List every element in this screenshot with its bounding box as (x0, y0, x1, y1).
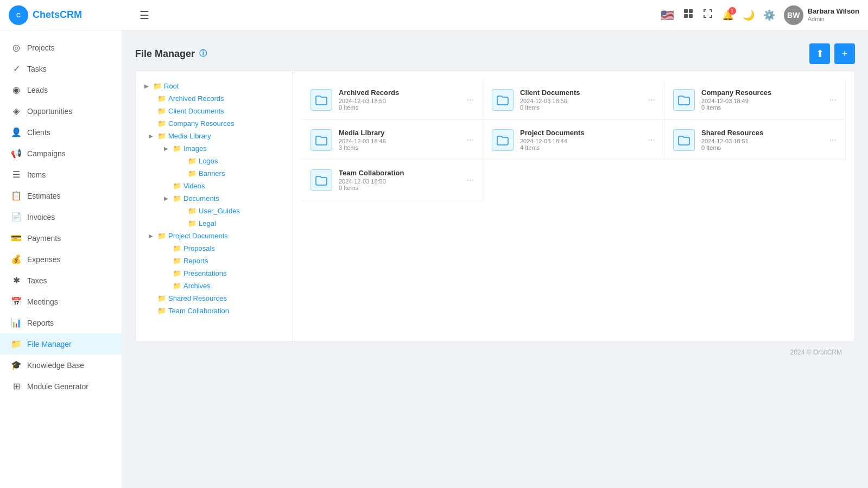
sidebar-label-invoices: Invoices (27, 213, 55, 221)
sidebar-label-expenses: Expenses (27, 255, 60, 264)
header-right: 🇺🇸 🔔 1 🌙 ⚙️ BW Barba (661, 5, 859, 25)
sidebar-item-projects[interactable]: ◎ Projects (0, 37, 122, 58)
clients-icon: 👤 (11, 127, 22, 137)
tree-folder-icon: 📁 (188, 219, 197, 227)
sidebar-item-file-manager[interactable]: 📁 File Manager (0, 333, 122, 354)
sidebar-item-taxes[interactable]: ✱ Taxes (0, 270, 122, 291)
user-role: Admin (808, 16, 859, 23)
page-info-icon[interactable]: ⓘ (199, 49, 207, 59)
tree-item[interactable]: 📁 Videos (157, 180, 293, 192)
folder-card-menu-button[interactable]: ··· (467, 175, 474, 185)
tree-item-label: Proposals (183, 244, 215, 252)
top-header: C ChetsCRM ☰ 🇺🇸 🔔 1 (0, 0, 868, 30)
tree-item[interactable]: 📁 Presentations (157, 267, 293, 280)
sidebar-item-reports[interactable]: 📊 Reports (0, 312, 122, 333)
folder-card-menu-button[interactable]: ··· (467, 135, 474, 145)
tree-item-label: Documents (183, 194, 219, 202)
folder-card-date: 2024-12-03 18:50 (520, 98, 642, 104)
tree-folder-icon: 📁 (157, 107, 166, 115)
tree-item[interactable]: 📁 User_Guides (166, 205, 293, 217)
tree-item[interactable]: 📁 Logos (166, 155, 293, 167)
folder-card-date: 2024-12-03 18:44 (520, 138, 642, 144)
settings-icon[interactable]: ⚙️ (763, 9, 775, 21)
tree-item[interactable]: ▶ 📁 Documents (157, 192, 293, 205)
tree-folder-icon: 📁 (173, 257, 181, 265)
tree-item[interactable]: 📁 Proposals (157, 242, 293, 255)
folder-card-icon (673, 129, 695, 151)
folder-card-date: 2024-12-03 18:50 (339, 178, 460, 185)
folder-card-menu-button[interactable]: ··· (829, 95, 837, 105)
tree-item[interactable]: 📁 Team Collaboration (149, 305, 293, 317)
tree-item-label: Reports (183, 257, 208, 265)
tree-item[interactable]: 📁 Legal (166, 217, 293, 230)
sidebar-item-module-generator[interactable]: ⊞ Module Generator (0, 376, 122, 397)
folder-card[interactable]: Client Documents 2024-12-03 18:50 0 Item… (483, 80, 664, 120)
fullscreen-icon[interactable] (702, 8, 713, 22)
folder-card[interactable]: Shared Resources 2024-12-03 18:51 0 Item… (664, 120, 846, 160)
folder-card[interactable]: Archived Records 2024-12-03 18:50 0 Item… (302, 80, 483, 120)
tree-item[interactable]: 📁 Company Resources (149, 117, 293, 130)
sidebar-item-expenses[interactable]: 💰 Expenses (0, 249, 122, 270)
sidebar-item-estimates[interactable]: 📋 Estimates (0, 185, 122, 206)
sidebar-item-knowledge-base[interactable]: 🎓 Knowledge Base (0, 354, 122, 376)
theme-toggle-icon[interactable]: 🌙 (743, 9, 755, 21)
tree-arrow-icon: ▶ (149, 133, 155, 139)
sidebar-item-campaigns[interactable]: 📢 Campaigns (0, 143, 122, 164)
language-flag[interactable]: 🇺🇸 (661, 9, 674, 22)
sidebar-item-tasks[interactable]: ✓ Tasks (0, 58, 122, 79)
svg-rect-4 (684, 14, 688, 18)
tree-item[interactable]: ▶ 📁 Project Documents (149, 230, 293, 242)
upload-button[interactable]: ⬆ (809, 43, 830, 64)
tree-item-label: Media Library (168, 132, 211, 140)
tree-item[interactable]: ▶ 📁 Media Library (149, 130, 293, 142)
sidebar-item-opportunities[interactable]: ◈ Opportunities (0, 100, 122, 122)
svg-text:C: C (16, 12, 21, 18)
folder-card[interactable]: Company Resources 2024-12-03 18:49 0 Ite… (664, 80, 846, 120)
tree-item[interactable]: ▶ 📁 Images (157, 142, 293, 155)
folder-card[interactable]: Team Collaboration 2024-12-03 18:50 0 It… (302, 160, 483, 200)
reports-icon: 📊 (11, 318, 22, 328)
sidebar-label-opportunities: Opportunities (27, 107, 72, 116)
tree-item[interactable]: 📁 Reports (157, 255, 293, 267)
sidebar-item-meetings[interactable]: 📅 Meetings (0, 291, 122, 312)
folder-card-menu-button[interactable]: ··· (648, 135, 655, 145)
folder-card[interactable]: Media Library 2024-12-03 18:46 3 Items ·… (302, 120, 483, 160)
folder-card-menu-button[interactable]: ··· (829, 135, 837, 145)
footer: 2024 © OrbitCRM (135, 342, 855, 363)
hamburger-button[interactable]: ☰ (140, 9, 149, 22)
grid-icon[interactable] (683, 8, 694, 22)
tree-folder-icon: 📁 (157, 119, 166, 128)
meetings-icon: 📅 (11, 296, 22, 307)
tree-folder-icon: 📁 (173, 244, 181, 252)
tree-item[interactable]: 📁 Archives (157, 280, 293, 292)
folder-card-menu-button[interactable]: ··· (467, 95, 474, 105)
sidebar-item-invoices[interactable]: 📄 Invoices (0, 206, 122, 227)
tree-expand-icon: ▶ (144, 83, 151, 89)
sidebar-item-leads[interactable]: ◉ Leads (0, 79, 122, 100)
tree-item[interactable]: 📁 Banners (166, 167, 293, 180)
folder-card[interactable]: Project Documents 2024-12-03 18:44 4 Ite… (483, 120, 664, 160)
knowledge-base-icon: 🎓 (11, 360, 22, 370)
sidebar-item-clients[interactable]: 👤 Clients (0, 122, 122, 143)
tree-item[interactable]: 📁 Shared Resources (149, 292, 293, 305)
tree-folder-icon: 📁 (188, 207, 197, 215)
tree-item[interactable]: 📁 Client Documents (149, 105, 293, 117)
tree-folder-icon: 📁 (173, 269, 181, 277)
sidebar-item-items[interactable]: ☰ Items (0, 164, 122, 185)
folder-card-menu-button[interactable]: ··· (648, 95, 655, 105)
sidebar-item-payments[interactable]: 💳 Payments (0, 227, 122, 249)
logo-text: ChetsCRM (33, 9, 82, 21)
tree-folder-icon: 📁 (173, 282, 181, 290)
folder-card-info: Archived Records 2024-12-03 18:50 0 Item… (339, 88, 460, 111)
user-name: Barbara Wilson (808, 7, 859, 16)
folder-card-count: 0 Items (520, 104, 642, 111)
avatar: BW (784, 5, 803, 25)
tree-folder-icon: 📁 (157, 94, 166, 103)
notification-icon[interactable]: 🔔 1 (722, 9, 734, 21)
user-area[interactable]: BW Barbara Wilson Admin (784, 5, 859, 25)
add-button[interactable]: + (834, 43, 855, 64)
tree-root-item[interactable]: ▶ 📁 Root (140, 80, 293, 92)
notification-badge: 1 (728, 7, 736, 15)
tree-item[interactable]: 📁 Archived Records (149, 92, 293, 105)
tree-item-label: Videos (183, 182, 205, 190)
